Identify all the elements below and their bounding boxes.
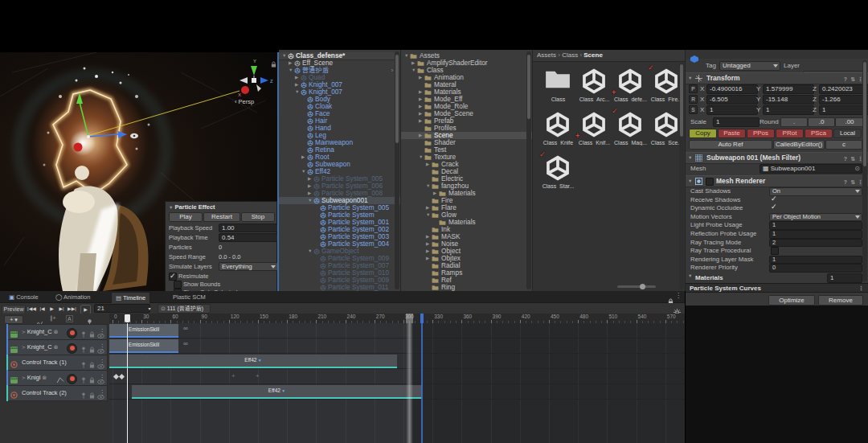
foldout-arrow[interactable]: ▶ [419, 88, 422, 96]
foldout-arrow[interactable]: ▶ [308, 183, 311, 190]
project-folder-noise[interactable]: ▶Noise [401, 240, 526, 248]
project-folder-decal[interactable]: Decal [401, 168, 526, 175]
project-folder-object[interactable]: ▶Object [401, 248, 526, 255]
project-folder-test[interactable]: Test [401, 146, 526, 154]
asset-class-knif-[interactable]: +Class_Knif... [576, 109, 612, 153]
thumbnail-size-slider[interactable] [617, 285, 656, 288]
insert-clip-icon[interactable]: ∥+ [50, 315, 56, 322]
track-header-control-track-1-[interactable]: Control Track (1)⋮ [6, 355, 108, 371]
timeline-asset-breadcrumb[interactable]: ⊙ 111 (普通护盾) [158, 304, 211, 314]
project-scrollbar[interactable] [526, 51, 531, 289]
foldout-arrow[interactable]: ▶ [411, 59, 415, 67]
project-folder-fire[interactable]: Fire [401, 197, 526, 204]
play-button[interactable]: Play [169, 212, 203, 222]
foldout-arrow[interactable]: ▼ [282, 52, 286, 59]
foldout-arrow[interactable]: ▶ [419, 117, 422, 125]
foldout-arrow[interactable]: ▶ [419, 96, 422, 103]
project-folder-shader[interactable]: Shader [401, 139, 526, 146]
c-button[interactable]: c [825, 140, 862, 150]
current-frame-field[interactable]: 21 [94, 304, 150, 313]
called-by-editor-button[interactable]: CalledByEditor() [773, 140, 825, 150]
preset-icon[interactable]: ⇅ [850, 177, 855, 187]
hierarchy-item-body[interactable]: Body [279, 96, 395, 103]
field-input[interactable]: 0.54 [219, 233, 278, 242]
asset-class-defe-[interactable]: +Class_defe... [612, 66, 649, 109]
mesh-object-field[interactable]: ▦ Subweapon001⊙ [760, 164, 862, 174]
particle-panel-title[interactable]: ▼ Particle Effect [169, 203, 273, 211]
foldout-arrow[interactable]: ▼ [688, 176, 692, 187]
foldout-arrow[interactable]: ▼ [295, 88, 299, 96]
playhead-shuttle[interactable] [125, 314, 130, 322]
asset-class-star-[interactable]: ✓Class_Star... [540, 153, 576, 196]
transform-r-z-field[interactable]: -1.266 [819, 95, 868, 105]
materials-count-field[interactable]: 1 [827, 273, 862, 283]
foldout-arrow[interactable]: ▶ [426, 248, 429, 255]
hierarchy-item-knight-007[interactable]: ▼Knight_007 [279, 88, 395, 96]
frame-dropdown-caret[interactable]: ▾ [146, 305, 153, 313]
project-folder-texture[interactable]: ▼Texture [401, 154, 526, 161]
help-icon[interactable]: ? [844, 74, 847, 84]
hierarchy-item-retina[interactable]: Retina [279, 146, 395, 154]
play-button-timeline[interactable]: ▶ [48, 305, 55, 313]
project-folder-ink[interactable]: Ink [401, 226, 526, 233]
property-field[interactable]: 1 [769, 230, 862, 239]
prefab-open-arrow[interactable]: › [391, 67, 393, 74]
inspector-scrollbar[interactable] [862, 60, 867, 281]
particle-system-curves-bar[interactable]: Particle System Curves ⋮ [686, 283, 868, 293]
component-enabled-checkbox[interactable] [706, 178, 714, 186]
timeline-menu-icon[interactable]: ⋮ [675, 292, 682, 299]
timeline-duration-marker[interactable] [421, 323, 423, 443]
transform-local-button[interactable]: Local [833, 129, 862, 138]
track-header-knight-c[interactable]: ≻ Knight_C ⊗⋮ [6, 339, 108, 355]
foldout-arrow[interactable]: ▼ [308, 197, 312, 204]
transform-copy-button[interactable]: Copy [689, 129, 717, 138]
breadcrumb-assets[interactable]: Assets [537, 51, 556, 59]
scale-field[interactable]: 1 [713, 117, 760, 127]
project-folder-crack[interactable]: ▶Crack [401, 161, 526, 168]
foldout-arrow[interactable]: ▼ [426, 211, 430, 219]
foldout-arrow[interactable]: ▼ [404, 52, 408, 59]
grid-scrollbar[interactable] [679, 63, 684, 289]
project-folder-radial[interactable]: Radial [401, 262, 526, 269]
foldout-arrow[interactable]: ▶ [433, 190, 436, 197]
property-checkbox[interactable] [771, 247, 779, 255]
asset-class-knife[interactable]: Class_Knife [540, 109, 576, 153]
keyframe-diamond[interactable] [119, 374, 125, 379]
clip-eff42[interactable]: Eff42 ▼ [132, 385, 422, 399]
property-dropdown[interactable]: Per Object Motion [769, 213, 862, 222]
object-picker-icon[interactable]: ⊙ [854, 165, 860, 173]
pin-icon[interactable] [81, 390, 86, 404]
project-folder-ring[interactable]: Ring [401, 284, 526, 291]
lock-icon[interactable] [89, 390, 95, 404]
goto-end-button[interactable]: ▶▶| [68, 305, 76, 313]
asset-class-arc-[interactable]: Class_Arc... [576, 66, 612, 109]
project-folder-materials[interactable]: ▶Materials [401, 88, 526, 96]
materials-label[interactable]: Materials [695, 274, 723, 281]
foldout-arrow[interactable]: ▼ [289, 67, 293, 74]
foldout-arrow[interactable]: ▼ [308, 248, 312, 255]
project-folder-amplifyshadereditor[interactable]: ▶AmplifyShaderEditor [401, 59, 526, 67]
project-folder-flare[interactable]: ▶Flare [401, 204, 526, 211]
preset-icon[interactable]: ⇅ [850, 74, 855, 84]
track-header-knigl[interactable]: ≻ Knigl ⊗⋮ [6, 370, 108, 386]
project-folder-ref[interactable]: Ref [401, 277, 526, 284]
transform-r-y-field[interactable]: -15.148 [763, 95, 814, 105]
foldout-arrow[interactable]: ▶ [295, 81, 298, 88]
foldout-arrow[interactable]: ▼ [688, 153, 692, 163]
project-folder-materal[interactable]: Materal [401, 81, 526, 88]
next-frame-button[interactable]: ▶| [58, 305, 65, 313]
hierarchy-item-subweapon[interactable]: Subweapon [279, 161, 395, 168]
property-field[interactable]: 0 [769, 264, 862, 273]
tab-animation[interactable]: ◯ Animation [51, 292, 94, 302]
transform-p-z-field[interactable]: 0.2420023 [819, 84, 868, 94]
foldout-arrow[interactable]: ▶ [301, 154, 305, 161]
foldout-arrow[interactable]: ▼ [688, 273, 692, 278]
project-folder-prefab[interactable]: ▶Prefab [401, 117, 526, 125]
property-check[interactable]: ✓ [771, 195, 777, 203]
project-folder-profiles[interactable]: Profiles [401, 125, 526, 132]
context-menu-icon[interactable]: ⋮ [858, 284, 864, 293]
foldout-arrow[interactable]: ▶ [426, 255, 429, 262]
hierarchy-item-particle-system-011[interactable]: Particle System_011 [279, 284, 395, 291]
foldout-arrow[interactable]: ▼ [419, 154, 423, 161]
foldout-arrow[interactable]: ▶ [419, 110, 422, 117]
